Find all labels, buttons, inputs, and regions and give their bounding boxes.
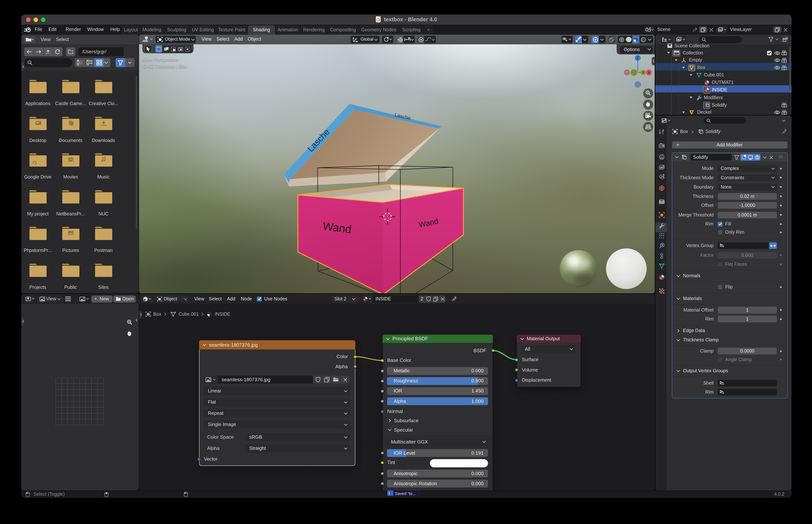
svg-text:Y: Y xyxy=(642,71,644,75)
svg-text:Z: Z xyxy=(637,56,639,60)
svg-text:X: X xyxy=(648,71,650,75)
